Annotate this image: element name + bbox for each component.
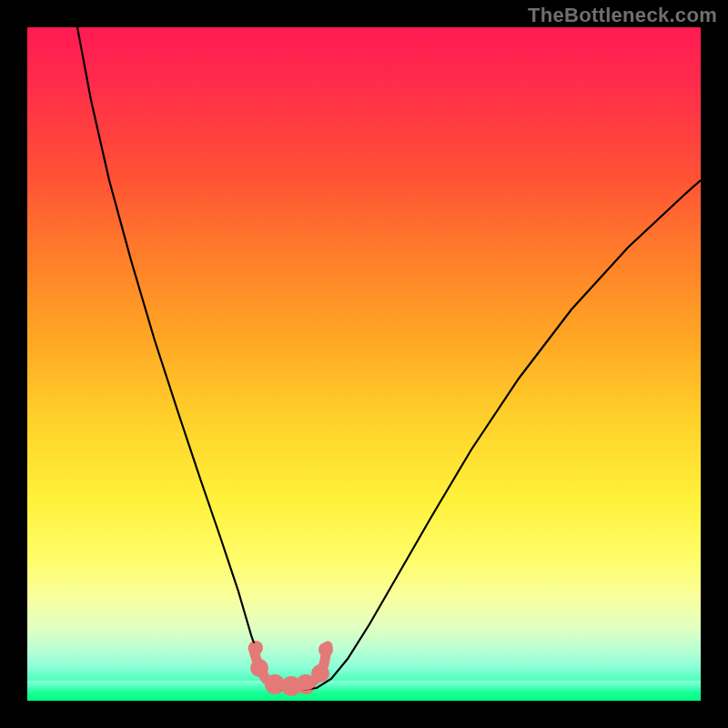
left-curve [77, 27, 295, 690]
right-curve [302, 180, 701, 690]
curves-layer [27, 27, 701, 701]
plot-area [27, 27, 701, 701]
chart-frame: TheBottleneck.com [0, 0, 728, 728]
attribution-text: TheBottleneck.com [528, 4, 717, 27]
